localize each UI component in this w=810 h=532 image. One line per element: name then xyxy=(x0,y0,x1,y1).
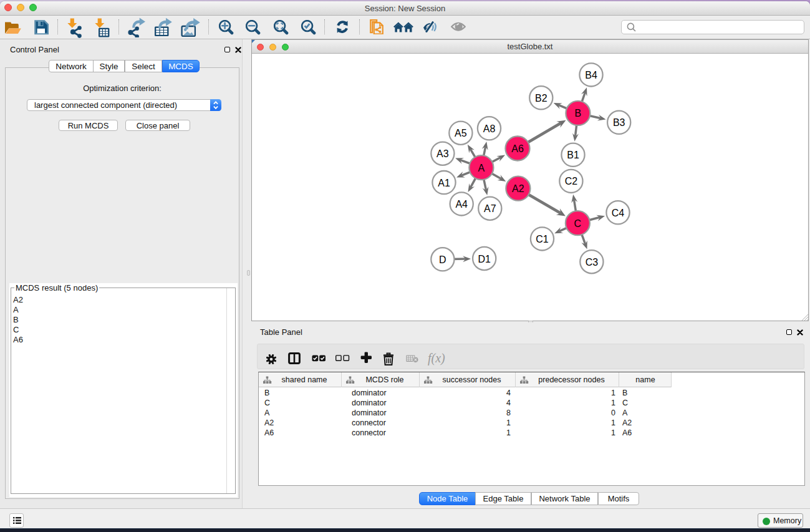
svg-text:C: C xyxy=(574,218,582,229)
svg-text:C3: C3 xyxy=(586,257,599,268)
svg-text:A1: A1 xyxy=(438,178,450,188)
svg-text:A4: A4 xyxy=(455,199,468,210)
svg-text:A8: A8 xyxy=(483,123,496,134)
svg-text:C2: C2 xyxy=(565,176,578,186)
svg-text:B3: B3 xyxy=(613,117,625,128)
svg-text:A7: A7 xyxy=(484,203,496,214)
svg-text:A5: A5 xyxy=(455,128,467,138)
svg-text:D1: D1 xyxy=(478,254,491,264)
svg-text:A: A xyxy=(478,163,485,173)
svg-text:B2: B2 xyxy=(535,93,547,104)
svg-text:B1: B1 xyxy=(567,150,579,160)
svg-text:C4: C4 xyxy=(612,208,625,218)
svg-text:D: D xyxy=(439,254,446,265)
svg-text:A3: A3 xyxy=(436,148,449,159)
svg-text:C1: C1 xyxy=(536,234,549,244)
svg-text:A2: A2 xyxy=(512,183,524,194)
svg-text:A6: A6 xyxy=(511,143,524,154)
svg-text:B: B xyxy=(575,108,582,118)
svg-text:B4: B4 xyxy=(585,70,597,80)
